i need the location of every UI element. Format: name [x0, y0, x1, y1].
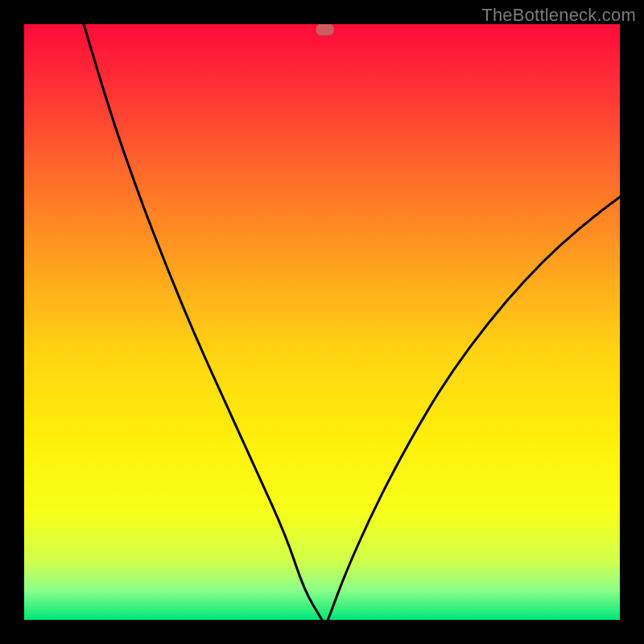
plot-area — [24, 24, 620, 620]
gradient-background — [24, 24, 620, 620]
chart-svg — [24, 24, 620, 620]
crossover-marker — [316, 24, 334, 35]
chart-container: TheBottleneck.com — [0, 0, 644, 644]
watermark-text: TheBottleneck.com — [481, 5, 636, 26]
